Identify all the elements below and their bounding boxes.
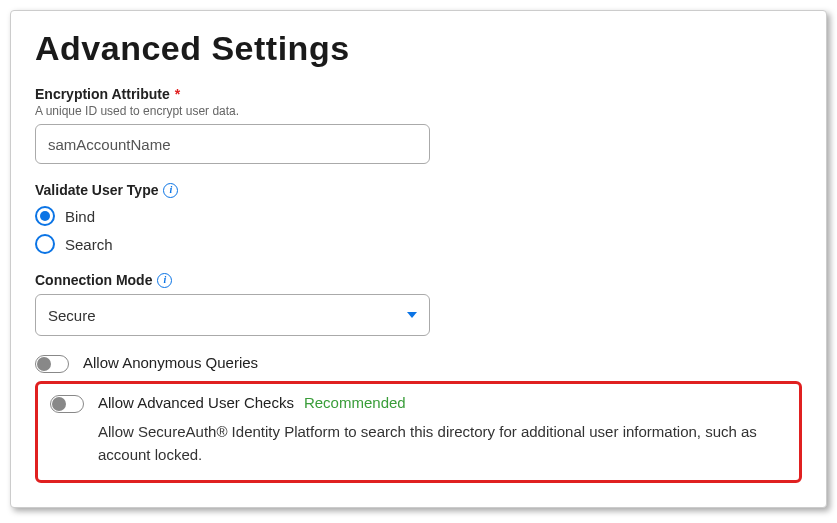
connection-mode-field: Connection Mode i Secure [35, 272, 802, 336]
recommended-badge: Recommended [304, 394, 406, 411]
advanced-settings-panel: Advanced Settings Encryption Attribute *… [10, 10, 827, 508]
connection-mode-label-text: Connection Mode [35, 272, 152, 288]
toggle-knob-icon [52, 397, 66, 411]
radio-icon [35, 206, 55, 226]
allow-anonymous-queries-label: Allow Anonymous Queries [83, 354, 258, 371]
encryption-attribute-label-text: Encryption Attribute [35, 86, 170, 102]
validate-user-type-field: Validate User Type i Bind Search [35, 182, 802, 254]
allow-advanced-user-checks-toggle[interactable] [50, 395, 84, 413]
allow-advanced-user-checks-label: Allow Advanced User Checks [98, 394, 294, 411]
connection-mode-value: Secure [48, 307, 96, 324]
connection-mode-select[interactable]: Secure [35, 294, 430, 336]
validate-user-type-label: Validate User Type i [35, 182, 802, 198]
radio-icon [35, 234, 55, 254]
allow-advanced-user-checks-highlight: Allow Advanced User Checks Recommended A… [35, 381, 802, 483]
connection-mode-label: Connection Mode i [35, 272, 802, 288]
allow-anonymous-queries-row: Allow Anonymous Queries [35, 354, 802, 373]
info-icon[interactable]: i [163, 183, 178, 198]
radio-label-bind: Bind [65, 208, 95, 225]
radio-option-bind[interactable]: Bind [35, 206, 802, 226]
validate-user-type-label-text: Validate User Type [35, 182, 158, 198]
encryption-attribute-field: Encryption Attribute * A unique ID used … [35, 86, 802, 164]
allow-anonymous-queries-toggle[interactable] [35, 355, 69, 373]
page-title: Advanced Settings [35, 29, 802, 68]
info-icon[interactable]: i [157, 273, 172, 288]
required-star-icon: * [175, 86, 180, 102]
allow-advanced-user-checks-row: Allow Advanced User Checks Recommended A… [50, 394, 787, 466]
encryption-attribute-help: A unique ID used to encrypt user data. [35, 104, 802, 118]
toggle-knob-icon [37, 357, 51, 371]
encryption-attribute-label: Encryption Attribute * [35, 86, 802, 102]
radio-option-search[interactable]: Search [35, 234, 802, 254]
encryption-attribute-input[interactable] [35, 124, 430, 164]
radio-label-search: Search [65, 236, 113, 253]
chevron-down-icon [407, 312, 417, 318]
allow-advanced-user-checks-description: Allow SecureAuth® Identity Platform to s… [98, 421, 787, 466]
